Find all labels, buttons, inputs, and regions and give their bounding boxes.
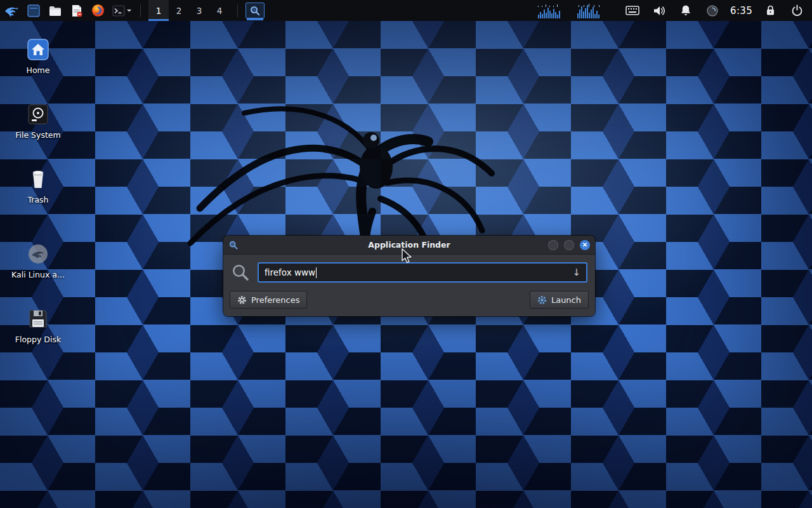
trash-icon [26, 167, 50, 191]
workspace-switcher: 1 2 3 4 [148, 0, 230, 21]
maximize-button[interactable] [564, 240, 574, 250]
titlebar[interactable]: Application Finder ✕ [223, 236, 595, 255]
preferences-button[interactable]: Preferences [230, 291, 307, 309]
launch-icon [537, 295, 547, 305]
workspace-2[interactable]: 2 [169, 0, 189, 21]
panel-right-group: 6:35 [538, 0, 812, 21]
search-icon [231, 263, 250, 282]
minimize-button[interactable] [548, 240, 558, 250]
search-input-value: firefox www [265, 267, 315, 277]
search-row: firefox www ↓ [230, 262, 589, 291]
home-icon [26, 37, 50, 62]
launch-label: Launch [551, 295, 581, 305]
launcher-file-manager[interactable] [46, 2, 63, 19]
desktop-icon-floppy-disk[interactable]: Floppy Disk [5, 307, 71, 344]
workspace-3[interactable]: 3 [189, 0, 209, 21]
system-monitor-graph[interactable] [538, 3, 614, 18]
terminal-icon [112, 4, 126, 18]
taskbar-appfinder-button[interactable] [246, 3, 265, 18]
launcher-terminal[interactable] [111, 2, 133, 19]
floppy-disk-icon [26, 307, 50, 331]
preferences-label: Preferences [251, 295, 299, 305]
application-finder-window: Application Finder ✕ firefox www [223, 236, 595, 316]
close-button[interactable]: ✕ [580, 240, 590, 250]
desktop-icon-home[interactable]: Home [5, 37, 71, 75]
desktop-icon-label: File System [15, 131, 61, 140]
session-power-button[interactable] [789, 2, 806, 19]
text-caret [316, 267, 317, 278]
keyboard-icon [625, 6, 639, 15]
top-panel: 1 2 3 4 [0, 0, 812, 21]
desktop[interactable]: Home File System [0, 21, 812, 508]
window-title: Application Finder [223, 240, 595, 250]
gear-icon [237, 295, 247, 305]
appfinder-window-icon [228, 240, 239, 250]
desktop-icon-kali-docs[interactable]: Kali Linux a... [5, 242, 71, 279]
clock[interactable]: 6:35 [730, 5, 752, 17]
chevron-down-icon [126, 8, 132, 13]
notifications-bell-icon [680, 4, 691, 17]
screen: 1 2 3 4 [0, 0, 812, 508]
kali-link-icon [26, 242, 50, 266]
panel-separator [237, 4, 238, 17]
volume-icon [653, 5, 665, 17]
launch-button[interactable]: Launch [530, 291, 589, 309]
lock-icon [765, 4, 776, 17]
window-controls: ✕ [548, 240, 590, 250]
tray-status-button[interactable] [704, 2, 721, 19]
dropdown-arrow-icon[interactable]: ↓ [572, 267, 580, 278]
launcher-text-editor[interactable] [68, 2, 85, 19]
search-input[interactable]: firefox www ↓ [258, 262, 587, 283]
desktop-icon-label: Kali Linux a... [11, 271, 65, 279]
power-icon [791, 4, 803, 17]
text-editor-icon [70, 4, 84, 18]
launcher-window-icon[interactable] [25, 2, 42, 19]
dialog-body: firefox www ↓ Preferences [223, 255, 595, 316]
workspace-4[interactable]: 4 [209, 0, 230, 21]
desktop-icon-trash[interactable]: Trash [5, 167, 71, 204]
file-system-icon [26, 102, 50, 126]
application-finder-icon [249, 5, 261, 17]
close-icon: ✕ [582, 242, 587, 248]
screen-lock-button[interactable] [762, 2, 779, 19]
keyboard-indicator[interactable] [624, 2, 641, 19]
desktop-icon-label: Floppy Disk [15, 335, 61, 344]
volume-control[interactable] [650, 2, 667, 19]
firefox-icon [91, 3, 105, 18]
applications-menu-button[interactable] [3, 2, 20, 19]
panel-separator [140, 4, 141, 17]
notifications[interactable] [677, 2, 694, 19]
desktop-icon-file-system[interactable]: File System [5, 102, 71, 140]
workspace-1[interactable]: 1 [148, 0, 169, 21]
window-icon [27, 4, 41, 18]
launcher-firefox[interactable] [89, 2, 107, 19]
panel-left-group: 1 2 3 4 [0, 0, 265, 21]
desktop-icon-label: Trash [27, 196, 48, 204]
file-manager-icon [48, 4, 62, 18]
dialog-buttons: Preferences Launch [230, 291, 589, 309]
status-circle-icon [706, 4, 719, 17]
desktop-icon-label: Home [27, 66, 50, 75]
kali-menu-icon [4, 3, 20, 19]
